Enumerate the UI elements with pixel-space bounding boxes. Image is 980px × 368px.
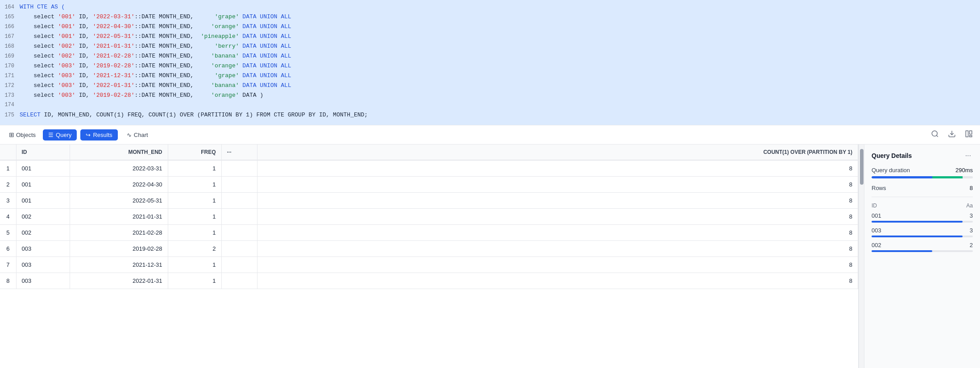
search-button[interactable] bbox=[929, 128, 941, 141]
results-tab[interactable]: ↪ Results bbox=[80, 129, 117, 141]
line-number: 165 bbox=[4, 14, 20, 20]
download-button[interactable] bbox=[946, 128, 958, 141]
row-number: 4 bbox=[0, 209, 16, 225]
code-editor[interactable]: 164WITH CTE AS (165 select '001' ID, '20… bbox=[0, 0, 980, 125]
cell-month_end: 2021-12-31 bbox=[70, 257, 168, 273]
line-content: select '003' ID, '2019-02-28'::DATE MONT… bbox=[20, 92, 263, 99]
col-header-month-end[interactable]: MONTH_END bbox=[70, 145, 168, 160]
results-table: ID MONTH_END FREQ ··· COUNT(1) OVER (PAR… bbox=[0, 145, 858, 289]
line-number: 169 bbox=[4, 53, 20, 59]
cell-freq: 1 bbox=[168, 160, 221, 177]
cell-dots bbox=[221, 273, 257, 289]
svg-rect-4 bbox=[970, 131, 972, 134]
col-header-count-over[interactable]: COUNT(1) OVER (PARTITION BY 1) bbox=[257, 145, 858, 160]
line-content: select '001' ID, '2022-03-31'::DATE MONT… bbox=[20, 13, 291, 20]
cell-month_end: 2021-01-31 bbox=[70, 209, 168, 225]
line-number: 175 bbox=[4, 112, 20, 118]
line-content: select '003' ID, '2022-01-31'::DATE MONT… bbox=[20, 82, 291, 89]
svg-rect-3 bbox=[966, 131, 968, 137]
cell-dots bbox=[221, 257, 257, 273]
results-icon: ↪ bbox=[86, 132, 91, 138]
table-area: ID MONTH_END FREQ ··· COUNT(1) OVER (PAR… bbox=[0, 145, 859, 368]
line-number: 173 bbox=[4, 92, 20, 99]
divider bbox=[872, 197, 973, 197]
cell-freq: 1 bbox=[168, 273, 221, 289]
col-stat-bar bbox=[872, 236, 963, 237]
query-details-panel: Query Details ··· Query duration 290ms R… bbox=[864, 145, 980, 368]
duration-progress-bar bbox=[872, 176, 973, 178]
col-type: Aa bbox=[966, 203, 973, 209]
col-header-freq[interactable]: FREQ bbox=[168, 145, 221, 160]
duration-bar-blue bbox=[872, 176, 932, 178]
col-stat-id: 001 bbox=[872, 212, 881, 219]
row-num-col-header bbox=[0, 145, 16, 160]
row-number: 2 bbox=[0, 177, 16, 193]
table-row[interactable]: 60032019-02-2828 bbox=[0, 241, 858, 257]
row-number: 5 bbox=[0, 225, 16, 241]
code-line: 168 select '002' ID, '2021-01-31'::DATE … bbox=[0, 43, 980, 53]
cell-month_end: 2022-04-30 bbox=[70, 177, 168, 193]
table-row[interactable]: 80032022-01-3118 bbox=[0, 273, 858, 289]
cell-freq: 1 bbox=[168, 257, 221, 273]
cell-count-over: 8 bbox=[257, 209, 858, 225]
line-number: 174 bbox=[4, 102, 20, 108]
cell-freq: 1 bbox=[168, 193, 221, 209]
cell-dots bbox=[221, 160, 257, 177]
col-header-dots: ··· bbox=[221, 145, 257, 160]
line-number: 166 bbox=[4, 24, 20, 30]
cell-count-over: 8 bbox=[257, 177, 858, 193]
rows-label: Rows bbox=[872, 185, 886, 191]
code-line: 164WITH CTE AS ( bbox=[0, 4, 980, 13]
row-number: 6 bbox=[0, 241, 16, 257]
objects-label: Objects bbox=[16, 132, 36, 138]
line-content: select '002' ID, '2021-02-28'::DATE MONT… bbox=[20, 53, 291, 59]
table-row[interactable]: 20012022-04-3018 bbox=[0, 177, 858, 193]
table-row[interactable]: 30012022-05-3118 bbox=[0, 193, 858, 209]
col-header-id[interactable]: ID bbox=[16, 145, 70, 160]
chart-tab[interactable]: ∿ Chart bbox=[121, 129, 154, 141]
duration-value: 290ms bbox=[955, 167, 973, 174]
query-details-header: Query Details ··· bbox=[872, 152, 973, 160]
cell-id: 003 bbox=[16, 241, 70, 257]
col-stat-value: 2 bbox=[970, 242, 973, 248]
query-tab[interactable]: ☰ Query bbox=[43, 129, 77, 141]
table-row[interactable]: 70032021-12-3118 bbox=[0, 257, 858, 273]
line-number: 168 bbox=[4, 43, 20, 50]
col-stat-bar-container bbox=[872, 221, 973, 223]
query-details-menu-button[interactable]: ··· bbox=[963, 152, 973, 160]
col-stat-bar-container bbox=[872, 250, 973, 252]
line-number: 172 bbox=[4, 83, 20, 89]
chart-icon: ∿ bbox=[127, 132, 132, 138]
cell-freq: 1 bbox=[168, 177, 221, 193]
table-scroll-wrapper[interactable]: ID MONTH_END FREQ ··· COUNT(1) OVER (PAR… bbox=[0, 145, 858, 368]
table-row[interactable]: 10012022-03-3118 bbox=[0, 160, 858, 177]
layout-button[interactable] bbox=[963, 128, 975, 141]
duration-label: Query duration bbox=[872, 167, 910, 174]
toolbar: ⊞ Objects ☰ Query ↪ Results ∿ Chart bbox=[0, 125, 980, 145]
objects-tab[interactable]: ⊞ Objects bbox=[5, 129, 39, 141]
query-icon: ☰ bbox=[48, 132, 54, 138]
line-number: 170 bbox=[4, 63, 20, 69]
rows-row: Rows 8 bbox=[872, 185, 973, 191]
table-scrollbar[interactable] bbox=[859, 145, 864, 368]
cell-id: 001 bbox=[16, 193, 70, 209]
cell-id: 002 bbox=[16, 209, 70, 225]
line-content: select '003' ID, '2021-12-31'::DATE MONT… bbox=[20, 72, 291, 79]
table-row[interactable]: 40022021-01-3118 bbox=[0, 209, 858, 225]
col-stat-id: 002 bbox=[872, 242, 881, 248]
line-number: 171 bbox=[4, 73, 20, 79]
line-number: 164 bbox=[4, 4, 20, 10]
cell-freq: 1 bbox=[168, 209, 221, 225]
query-details-title: Query Details bbox=[872, 152, 912, 159]
cell-count-over: 8 bbox=[257, 241, 858, 257]
row-number: 3 bbox=[0, 193, 16, 209]
cell-month_end: 2022-05-31 bbox=[70, 193, 168, 209]
cell-dots bbox=[221, 241, 257, 257]
svg-line-1 bbox=[936, 135, 938, 136]
table-row[interactable]: 50022021-02-2818 bbox=[0, 225, 858, 241]
cell-freq: 1 bbox=[168, 225, 221, 241]
code-line: 166 select '001' ID, '2022-04-30'::DATE … bbox=[0, 23, 980, 33]
col-stats-header: ID Aa bbox=[872, 203, 973, 209]
line-content: select '003' ID, '2019-02-28'::DATE MONT… bbox=[20, 62, 291, 69]
cell-count-over: 8 bbox=[257, 273, 858, 289]
